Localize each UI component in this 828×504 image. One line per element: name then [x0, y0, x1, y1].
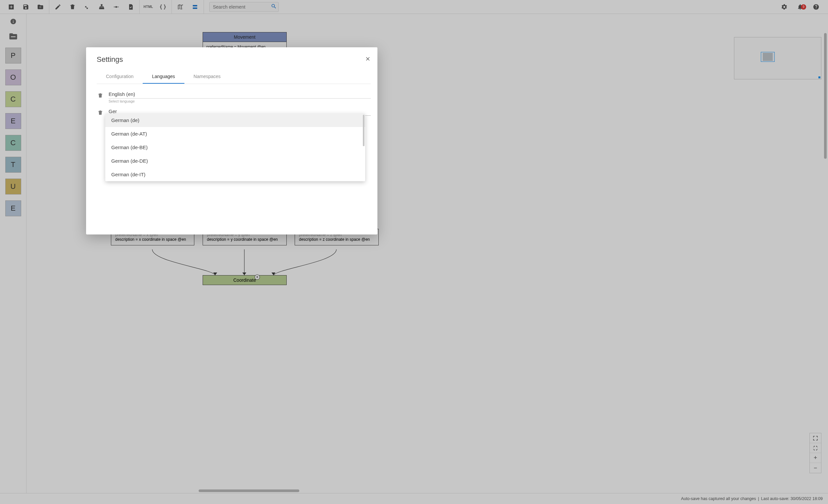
language-hint-1: Select language — [109, 99, 371, 103]
language-dropdown: German (de)German (de-AT)German (de-BE)G… — [105, 113, 365, 181]
tab-namespaces[interactable]: Namespaces — [184, 70, 230, 84]
dialog-close-button[interactable] — [363, 54, 373, 64]
trash-icon — [97, 93, 103, 99]
delete-language-2[interactable] — [97, 109, 104, 117]
dropdown-item-2[interactable]: German (de-BE) — [105, 141, 365, 154]
dropdown-item-4[interactable]: German (de-IT) — [105, 168, 365, 181]
trash-icon — [97, 110, 103, 116]
settings-dialog: Settings Configuration Languages Namespa… — [86, 47, 377, 234]
dialog-tabs: Configuration Languages Namespaces — [97, 70, 371, 84]
dropdown-item-1[interactable]: German (de-AT) — [105, 127, 365, 141]
tab-languages[interactable]: Languages — [143, 70, 184, 84]
dialog-title: Settings — [97, 55, 371, 64]
language-row-1: English (en) Select language — [97, 91, 371, 103]
dropdown-scrollbar[interactable] — [363, 115, 365, 146]
close-icon — [365, 56, 371, 62]
language-field-1[interactable]: English (en) — [109, 91, 371, 99]
delete-language-1[interactable] — [97, 92, 104, 99]
dropdown-item-0[interactable]: German (de) — [105, 113, 365, 127]
tab-configuration[interactable]: Configuration — [97, 70, 143, 84]
dropdown-item-3[interactable]: German (de-DE) — [105, 154, 365, 168]
language-list: English (en) Select language + — [97, 91, 371, 117]
